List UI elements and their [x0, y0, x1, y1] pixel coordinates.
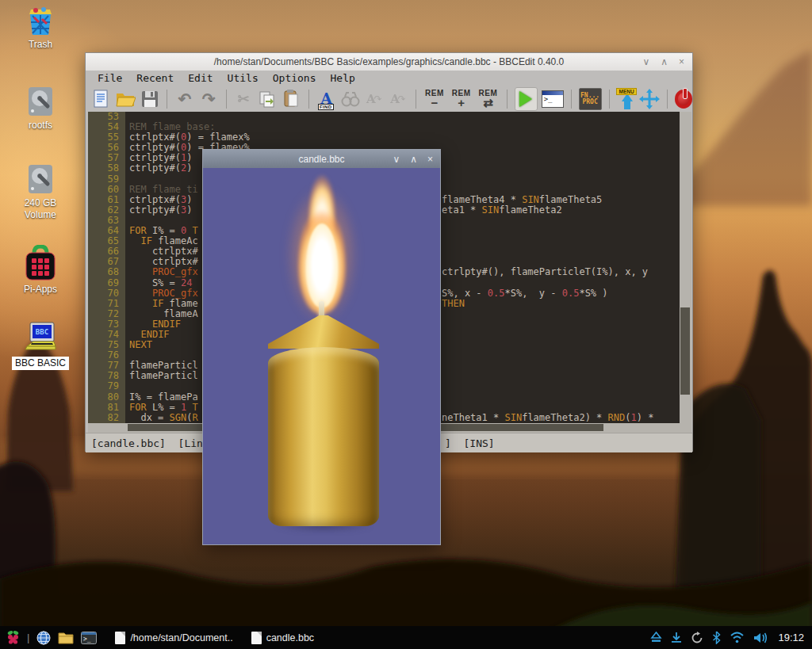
run-button[interactable] — [515, 87, 538, 111]
desktop-icon-rootfs[interactable]: rootfs — [6, 86, 75, 132]
rem-remove-button[interactable]: REM − — [423, 88, 446, 110]
volume-icon[interactable] — [753, 632, 769, 644]
close-window-button[interactable]: × — [427, 155, 433, 164]
line-number: 71 — [88, 299, 125, 309]
redo-button[interactable]: ↷ — [198, 88, 218, 110]
code-text: dx = SGN(R — [129, 412, 198, 423]
shade-window-button[interactable]: ∨ — [393, 155, 400, 164]
line-number: 54 — [88, 122, 125, 132]
cut-button[interactable]: ✂ — [234, 88, 254, 110]
line-number: 74 — [88, 330, 125, 340]
menu-help[interactable]: Help — [324, 72, 362, 84]
menu-edit[interactable]: Edit — [181, 72, 220, 84]
bluetooth-icon[interactable] — [712, 631, 721, 644]
sync-icon[interactable] — [691, 632, 703, 644]
line-number: 66 — [88, 246, 125, 257]
find-button[interactable]: A FIND — [316, 88, 336, 110]
menu-utils[interactable]: Utils — [220, 72, 266, 84]
desktop-background: Trash rootfs 240 GB Volume — [0, 0, 812, 649]
binoculars-icon — [341, 91, 360, 107]
line-number: 77 — [88, 361, 125, 371]
taskbar-task-candle[interactable]: candle.bbc — [251, 632, 314, 644]
shade-window-button[interactable]: ∨ — [642, 57, 649, 67]
vertical-scrollbar-thumb[interactable] — [680, 307, 690, 395]
line-number: 81 — [88, 403, 125, 413]
menu-file[interactable]: File — [90, 72, 129, 84]
candle-body — [268, 347, 379, 526]
undo-icon: ↶ — [178, 91, 191, 107]
replace-all-button[interactable]: A ↷ — [388, 88, 408, 110]
cut-icon: ✂ — [238, 92, 250, 106]
maximize-window-button[interactable]: ∧ — [410, 155, 417, 164]
code-text: PROC_gfx — [129, 288, 198, 299]
desktop-icon-label: 240 GB Volume — [13, 197, 68, 221]
open-folder-icon — [115, 90, 136, 108]
rem-add-button[interactable]: REM + — [450, 88, 473, 110]
document-icon — [115, 632, 125, 644]
window-title: /home/stan/Documents/BBC Basic/examples/… — [214, 56, 565, 67]
save-floppy-icon — [141, 90, 159, 108]
raspberry-pi-menu-icon[interactable] — [6, 630, 20, 645]
code-text: NEXT — [129, 339, 152, 350]
code-text: ctrlptx#(3) — [129, 194, 193, 205]
candle-graphics-window: candle.bbc ∨ ∧ × — [202, 149, 441, 545]
taskbar-task-bbcedit[interactable]: /home/stan/Document.. — [115, 632, 232, 644]
terminal-launcher-icon[interactable]: >_ — [81, 632, 97, 644]
menu-recent[interactable]: Recent — [129, 72, 181, 84]
download-updates-icon[interactable] — [671, 632, 682, 643]
open-file-button[interactable] — [115, 88, 136, 110]
svg-text:BBC: BBC — [36, 328, 48, 336]
task-label: /home/stan/Document.. — [130, 632, 232, 643]
web-browser-icon[interactable] — [36, 631, 51, 645]
line-number: 63 — [88, 216, 125, 226]
taskbar-clock[interactable]: 19:12 — [778, 632, 804, 643]
close-window-button[interactable]: × — [679, 57, 684, 67]
save-button[interactable] — [140, 88, 159, 110]
file-manager-icon[interactable] — [58, 632, 74, 644]
paste-button[interactable] — [282, 88, 301, 110]
line-number: 80 — [88, 392, 125, 403]
find-next-button[interactable] — [340, 88, 360, 110]
candle-titlebar[interactable]: candle.bbc ∨ ∧ × — [203, 150, 440, 168]
copy-button[interactable] — [258, 88, 278, 110]
line-number: 82 — [88, 413, 125, 423]
code-text: IF flameAc — [129, 235, 198, 246]
rem-toggle-button[interactable]: REM ⇄ — [477, 88, 500, 110]
replace-arrow-icon: ↷ — [374, 94, 382, 105]
new-file-button[interactable] — [91, 88, 111, 110]
line-number: 60 — [88, 185, 125, 195]
line-number: 57 — [88, 153, 125, 163]
code-text: ctrlpty#(2) — [129, 162, 193, 174]
code-text-continuation: S%, x - 0.5*S%, y - 0.5*S% ) — [442, 288, 608, 299]
wifi-icon[interactable] — [730, 632, 745, 643]
hard-disk-icon — [27, 86, 54, 117]
line-number: 73 — [88, 319, 125, 330]
desktop-icon-trash[interactable]: Trash — [6, 5, 75, 51]
flame-core — [306, 223, 338, 307]
eject-icon[interactable] — [650, 632, 662, 643]
code-text: REM flame base: — [129, 121, 215, 132]
undo-button[interactable]: ↶ — [174, 88, 194, 110]
desktop-icon-volume[interactable]: 240 GB Volume — [6, 163, 75, 221]
move-button[interactable] — [639, 88, 660, 110]
code-text: IF flame — [129, 298, 198, 309]
code-text: ENDIF — [129, 329, 170, 340]
desktop-icons: Trash rootfs 240 GB Volume — [6, 5, 75, 370]
pi-apps-icon — [23, 245, 58, 281]
taskbar-separator: | — [27, 632, 29, 643]
menu-options[interactable]: Options — [266, 72, 324, 84]
line-number: 67 — [88, 257, 125, 267]
task-label: candle.bbc — [266, 632, 314, 643]
maximize-window-button[interactable]: ∧ — [661, 57, 668, 67]
replace-button[interactable]: A ↷ — [364, 88, 384, 110]
desktop-icon-bbc-basic[interactable]: BBC BBC BASIC — [6, 321, 75, 370]
run-in-terminal-button[interactable]: >_ — [542, 88, 564, 110]
desktop-icon-label: Trash — [29, 39, 52, 51]
vertical-scrollbar[interactable] — [680, 112, 691, 423]
quit-power-button[interactable] — [675, 90, 692, 109]
bbcedit-titlebar[interactable]: /home/stan/Documents/BBC Basic/examples/… — [86, 53, 692, 71]
menu-jump-button[interactable]: MENU — [616, 88, 634, 110]
fn-proc-button[interactable]: FN... PROC — [579, 88, 602, 110]
line-number: 70 — [88, 288, 125, 299]
desktop-icon-pi-apps[interactable]: Pi-Apps — [6, 245, 75, 296]
